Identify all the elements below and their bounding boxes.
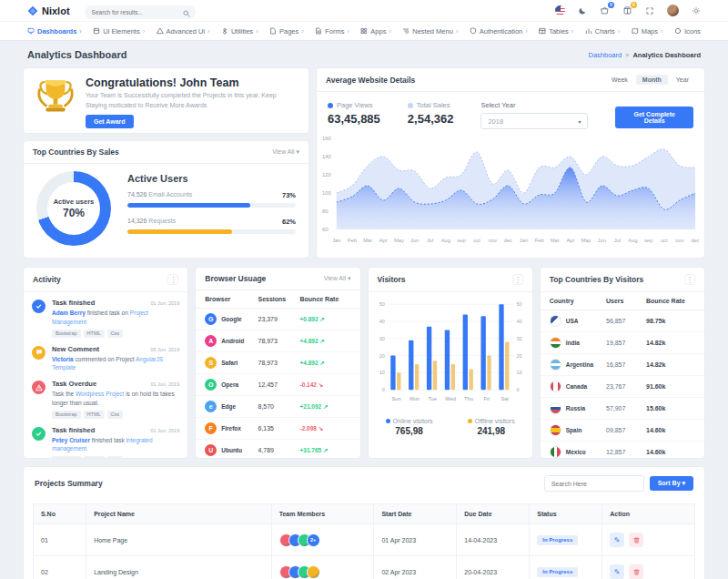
fullscreen-icon[interactable] bbox=[645, 6, 654, 15]
svg-text:Thu: Thu bbox=[464, 396, 473, 401]
browser-view-all[interactable]: View All ▾ bbox=[324, 275, 351, 282]
country-rows: USA56,85798.75kIndia19,85714.82kArgentin… bbox=[541, 310, 704, 459]
sessions-value: 78,973 bbox=[258, 360, 300, 366]
get-complete-details-button[interactable]: Get Complete Details bbox=[615, 107, 693, 128]
tab-week[interactable]: Week bbox=[605, 75, 634, 85]
country-row-mexico: Mexico12,85714.60k bbox=[541, 442, 704, 459]
delete-button[interactable] bbox=[629, 564, 643, 579]
argentina-flag-icon bbox=[550, 359, 561, 371]
nav-item-authentication[interactable]: Authentication› bbox=[470, 27, 528, 36]
activity-item-date: 01 Jun, 2019 bbox=[150, 300, 179, 306]
svg-text:Feb: Feb bbox=[535, 238, 544, 243]
package-badge: 0 bbox=[631, 2, 637, 8]
topbar: Nixlot 0 0 bbox=[0, 0, 728, 21]
bounce-rate-value: -0.142 ↘ bbox=[300, 381, 351, 389]
chevron-right-icon: › bbox=[618, 28, 620, 35]
search-icon[interactable] bbox=[183, 5, 190, 21]
nav-item-forms[interactable]: Forms› bbox=[315, 27, 349, 36]
countries-menu-icon[interactable]: ⋮ bbox=[684, 274, 695, 285]
breadcrumb-dashboard[interactable]: Dashboard bbox=[589, 51, 622, 59]
country-bounce-value: 14.60k bbox=[646, 449, 695, 455]
projects-summary-card: Projects Summary Sort By ▾ S.NoProject N… bbox=[23, 466, 705, 579]
svg-text:Mon: Mon bbox=[409, 396, 419, 401]
logo-diamond-icon bbox=[27, 5, 38, 16]
browser-row-google: GGoogle23,379+0.892 ↗ bbox=[196, 309, 359, 330]
sessions-value: 12,457 bbox=[258, 381, 300, 388]
cart-icon[interactable]: 0 bbox=[600, 5, 610, 15]
activity-item: Task finished01 Jun, 2019Petey Cruiser f… bbox=[32, 426, 179, 460]
average-website-details-card: Average Website Details WeekMonthYear Pa… bbox=[316, 67, 705, 259]
projects-table-body: 01Home Page2+01 Apr 202314-04-2023In Pro… bbox=[34, 524, 695, 579]
svg-text:Fri: Fri bbox=[483, 396, 490, 401]
nav-item-nested-menu[interactable]: Nested Menu› bbox=[402, 27, 458, 36]
tag-chip: HTML bbox=[84, 330, 105, 338]
sort-by-button[interactable]: Sort By ▾ bbox=[650, 476, 693, 491]
country-users-value: 23,767 bbox=[606, 383, 646, 390]
project-sno: 01 bbox=[34, 524, 86, 556]
svg-text:0: 0 bbox=[381, 387, 384, 392]
country-bounce-value: 14.82k bbox=[646, 361, 695, 368]
country-bounce-value: 98.75k bbox=[646, 318, 695, 324]
visitors-menu-icon[interactable]: ⋮ bbox=[512, 274, 523, 285]
due-date: 20-04-2023 bbox=[457, 556, 530, 579]
svg-text:80: 80 bbox=[322, 208, 329, 214]
opera-browser-icon: O bbox=[205, 379, 217, 391]
activity-title: Activity bbox=[33, 275, 61, 284]
nav-item-ui-elements[interactable]: Ui Elements› bbox=[93, 27, 145, 36]
language-flag-icon[interactable] bbox=[555, 5, 565, 15]
sessions-value: 6,135 bbox=[258, 425, 300, 432]
col-header-action: Action bbox=[602, 504, 695, 524]
svg-text:100: 100 bbox=[322, 190, 332, 196]
app-logo[interactable]: Nixlot bbox=[27, 5, 70, 16]
svg-text:40: 40 bbox=[516, 319, 521, 324]
projects-search-input[interactable] bbox=[544, 475, 644, 492]
svg-text:oct: oct bbox=[661, 238, 668, 243]
sales-view-all[interactable]: View All ▾ bbox=[272, 148, 299, 156]
tab-month[interactable]: Month bbox=[636, 75, 668, 85]
svg-text:nov: nov bbox=[489, 238, 497, 243]
svg-text:Wed: Wed bbox=[445, 396, 456, 401]
country-row-russia: Russia57,90715.60k bbox=[541, 398, 704, 420]
logo-text: Nixlot bbox=[42, 5, 70, 16]
svg-text:May: May bbox=[581, 238, 592, 243]
progress-track bbox=[127, 229, 296, 234]
nav-item-tables[interactable]: Tables› bbox=[539, 27, 573, 36]
search-input[interactable] bbox=[85, 5, 196, 19]
package-icon[interactable]: 0 bbox=[622, 5, 632, 15]
year-select[interactable]: 2018 ▾ bbox=[480, 113, 588, 129]
tab-year[interactable]: Year bbox=[670, 75, 695, 85]
user-avatar[interactable] bbox=[667, 5, 679, 16]
activity-link-link[interactable]: Wordpress Project bbox=[76, 391, 124, 397]
sales-card-title: Top Countries By Sales bbox=[33, 147, 119, 157]
nav-item-utilities[interactable]: Utilities› bbox=[221, 27, 258, 36]
activity-name-link[interactable]: Victoria bbox=[52, 356, 74, 362]
get-award-button[interactable]: Get Award bbox=[86, 115, 134, 128]
nav-item-maps[interactable]: Maps› bbox=[632, 27, 663, 36]
member-avatar bbox=[307, 565, 320, 579]
page-views-value: 63,45,885 bbox=[328, 112, 380, 126]
alert-icon bbox=[32, 381, 46, 394]
status-badge: In Progress bbox=[537, 535, 578, 545]
delete-button[interactable] bbox=[629, 533, 643, 547]
nav-item-apps[interactable]: Apps› bbox=[360, 27, 390, 36]
activity-name-link[interactable]: Adam Berry bbox=[52, 310, 86, 316]
settings-gear-icon[interactable] bbox=[692, 6, 701, 15]
nav-item-charts[interactable]: Charts› bbox=[585, 27, 620, 36]
india-flag-icon bbox=[550, 337, 561, 349]
nav-item-advanced-ui[interactable]: Advanced Ui› bbox=[157, 27, 210, 36]
activity-menu-icon[interactable]: ⋮ bbox=[167, 274, 178, 285]
dark-mode-moon-icon[interactable] bbox=[578, 6, 587, 15]
svg-text:sep: sep bbox=[457, 238, 465, 243]
project-row-home-page: 01Home Page2+01 Apr 202314-04-2023In Pro… bbox=[34, 524, 695, 556]
edit-button[interactable]: ✎ bbox=[610, 533, 624, 547]
nav-item-dashboards[interactable]: Dashboards› bbox=[27, 27, 82, 36]
nav-item-icons[interactable]: Icons bbox=[674, 27, 701, 36]
svg-text:oct: oct bbox=[473, 238, 480, 243]
awd-period-tabs: WeekMonthYear bbox=[605, 75, 695, 85]
nav-item-pages[interactable]: Pages› bbox=[269, 27, 304, 36]
svg-text:10: 10 bbox=[379, 370, 384, 375]
projects-table-header: S.NoProject NameTeam MembersStart DateDu… bbox=[34, 504, 695, 524]
activity-name-link[interactable]: Petey Cruiser bbox=[52, 437, 90, 443]
edit-button[interactable]: ✎ bbox=[610, 564, 624, 579]
svg-text:Tue: Tue bbox=[428, 396, 437, 401]
